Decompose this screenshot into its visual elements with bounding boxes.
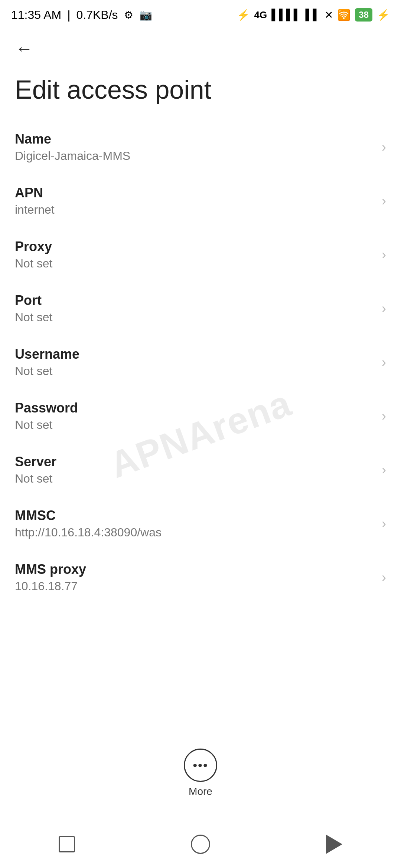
setting-item-username[interactable]: Username Not set › [0, 335, 401, 389]
back-icon [326, 835, 342, 854]
setting-value-username: Not set [15, 364, 374, 378]
nav-back-button[interactable] [319, 829, 349, 859]
status-right: ⚡ 4G ▌▌▌▌ ▌▌ ✕ 🛜 38 ⚡ [237, 8, 390, 22]
charging-icon: ⚡ [377, 9, 390, 21]
battery-indicator: 38 [355, 8, 372, 22]
settings-icon: ⚙ [124, 9, 133, 21]
wifi-icon: 🛜 [338, 9, 351, 21]
back-button[interactable]: ← [11, 35, 37, 61]
signal-bars2-icon: ▌▌ [306, 9, 320, 21]
toolbar: ← [0, 30, 401, 67]
nav-bar [0, 820, 401, 868]
setting-item-proxy[interactable]: Proxy Not set › [0, 228, 401, 282]
chevron-icon-username: › [382, 355, 386, 370]
signal-4g-icon: 4G [254, 9, 267, 21]
setting-label-mms-proxy: MMS proxy [15, 562, 374, 577]
setting-content-mmsc: MMSC http://10.16.18.4:38090/was [15, 508, 374, 539]
setting-item-mms-proxy[interactable]: MMS proxy 10.16.18.77 › [0, 550, 401, 604]
chevron-icon-password: › [382, 408, 386, 424]
setting-value-name: Digicel-Jamaica-MMS [15, 149, 374, 163]
signal-x-icon: ✕ [325, 9, 333, 21]
setting-content-port: Port Not set [15, 293, 374, 324]
recents-icon [59, 836, 75, 852]
chevron-icon-name: › [382, 139, 386, 155]
setting-content-mms-proxy: MMS proxy 10.16.18.77 [15, 562, 374, 593]
setting-item-password[interactable]: Password Not set › [0, 389, 401, 443]
more-button[interactable]: ••• More [184, 737, 217, 809]
setting-content-server: Server Not set [15, 454, 374, 486]
setting-label-mmsc: MMSC [15, 508, 374, 523]
chevron-icon-server: › [382, 462, 386, 478]
more-dots-icon: ••• [193, 758, 208, 773]
setting-item-mmsc[interactable]: MMSC http://10.16.18.4:38090/was › [0, 497, 401, 550]
nav-home-button[interactable] [186, 829, 215, 859]
setting-content-name: Name Digicel-Jamaica-MMS [15, 131, 374, 163]
setting-content-proxy: Proxy Not set [15, 239, 374, 270]
setting-value-mmsc: http://10.16.18.4:38090/was [15, 526, 374, 539]
chevron-icon-mms-proxy: › [382, 570, 386, 585]
chevron-icon-port: › [382, 301, 386, 316]
setting-value-mms-proxy: 10.16.18.77 [15, 579, 374, 593]
more-label: More [189, 786, 212, 798]
setting-label-name: Name [15, 131, 374, 147]
setting-item-port[interactable]: Port Not set › [0, 282, 401, 335]
setting-item-apn[interactable]: APN internet › [0, 174, 401, 228]
settings-list: Name Digicel-Jamaica-MMS › APN internet … [0, 120, 401, 604]
status-data-speed: 0.7KB/s [76, 8, 118, 22]
setting-value-apn: internet [15, 203, 374, 217]
bluetooth-icon: ⚡ [237, 9, 250, 21]
setting-value-proxy: Not set [15, 257, 374, 270]
home-icon [191, 835, 210, 854]
chevron-icon-proxy: › [382, 247, 386, 263]
setting-item-name[interactable]: Name Digicel-Jamaica-MMS › [0, 120, 401, 174]
setting-item-server[interactable]: Server Not set › [0, 443, 401, 497]
nav-recents-button[interactable] [52, 829, 82, 859]
setting-label-password: Password [15, 400, 374, 416]
setting-value-password: Not set [15, 418, 374, 432]
setting-label-apn: APN [15, 185, 374, 201]
setting-content-username: Username Not set [15, 346, 374, 378]
status-bar: 11:35 AM | 0.7KB/s ⚙ 📷 ⚡ 4G ▌▌▌▌ ▌▌ ✕ 🛜 … [0, 0, 401, 30]
setting-content-apn: APN internet [15, 185, 374, 217]
setting-label-server: Server [15, 454, 374, 470]
setting-label-port: Port [15, 293, 374, 308]
back-arrow-icon: ← [15, 38, 33, 59]
setting-label-username: Username [15, 346, 374, 362]
chevron-icon-apn: › [382, 193, 386, 209]
status-time: 11:35 AM [11, 8, 61, 22]
setting-value-server: Not set [15, 472, 374, 486]
chevron-icon-mmsc: › [382, 516, 386, 532]
status-speed: | [67, 8, 70, 22]
more-circle-icon: ••• [184, 749, 217, 782]
camera-icon: 📷 [139, 9, 152, 21]
setting-value-port: Not set [15, 310, 374, 324]
signal-bars-icon: ▌▌▌▌ [271, 9, 301, 21]
setting-content-password: Password Not set [15, 400, 374, 432]
page-title: Edit access point [0, 67, 401, 120]
setting-label-proxy: Proxy [15, 239, 374, 254]
status-left: 11:35 AM | 0.7KB/s ⚙ 📷 [11, 8, 152, 22]
